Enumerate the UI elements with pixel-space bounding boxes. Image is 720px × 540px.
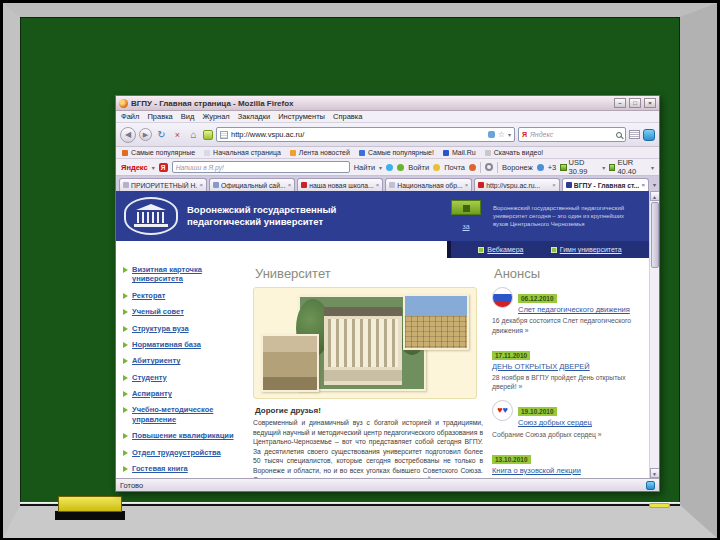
address-bar[interactable]: http://www.vspu.ac.ru/ ☆ ▾: [216, 127, 515, 142]
bookmark-item[interactable]: Начальная страница: [204, 149, 281, 156]
yandex-login[interactable]: Войти: [408, 163, 429, 172]
sidebar-item[interactable]: Абитуриенту: [123, 356, 247, 365]
history-list-icon[interactable]: [629, 130, 640, 139]
tab-list-dropdown-icon[interactable]: ▾: [653, 181, 656, 188]
back-button[interactable]: ◀: [120, 127, 136, 143]
weather-temperature: +3: [548, 163, 557, 172]
mail-icon[interactable]: [433, 164, 440, 171]
page-favicon-icon: [220, 131, 228, 139]
forward-button[interactable]: ▶: [139, 128, 152, 141]
minimize-button[interactable]: –: [614, 98, 626, 108]
ya-service-icon[interactable]: [386, 164, 393, 171]
sidebar-item[interactable]: Аспиранту: [123, 389, 247, 398]
sidebar-item[interactable]: Отдел трудоустройства: [123, 448, 247, 457]
tab[interactable]: Национальная обр...×: [385, 178, 472, 191]
menu-view[interactable]: Вид: [181, 112, 195, 121]
tab-favicon-icon: [389, 182, 395, 188]
arrow-bullet-icon: [123, 342, 128, 348]
yandex-mail[interactable]: Почта: [444, 163, 465, 172]
sidebar-item[interactable]: Студенту: [123, 373, 247, 382]
menu-bookmarks[interactable]: Закладки: [238, 112, 270, 121]
rss-icon[interactable]: [488, 131, 495, 138]
scroll-up-icon[interactable]: ▲: [650, 191, 660, 201]
sidebar-item[interactable]: Нормативная база: [123, 340, 247, 349]
scrollbar-thumb[interactable]: [651, 202, 659, 268]
bookmark-item[interactable]: Самые популярные!: [359, 149, 434, 156]
header-badge-link[interactable]: за: [462, 223, 469, 230]
menu-history[interactable]: Журнал: [202, 112, 229, 121]
browser-content: ▲ ▼ Воронежский государственный: [116, 191, 659, 478]
tab-close-icon[interactable]: ×: [288, 182, 292, 188]
title-bar[interactable]: ВГПУ - Главная страница - Mozilla Firefo…: [116, 96, 659, 111]
address-dropdown-icon[interactable]: ▾: [508, 131, 511, 138]
refresh-button[interactable]: ↻: [155, 129, 168, 140]
sidebar-item[interactable]: Ректорат: [123, 291, 247, 300]
stop-button[interactable]: ×: [171, 130, 184, 140]
search-placeholder[interactable]: Яндекс: [530, 131, 613, 138]
header-green-banner[interactable]: [451, 200, 481, 215]
arrow-bullet-icon: [123, 326, 128, 332]
menu-bar: Файл Правка Вид Журнал Закладки Инструме…: [116, 111, 659, 123]
yandex-brand-dropdown-icon[interactable]: ▾: [152, 164, 155, 171]
eur-rate[interactable]: EUR 40.40▾: [609, 158, 654, 176]
bookmark-star-icon[interactable]: ☆: [498, 130, 505, 139]
tab-close-icon[interactable]: ×: [376, 182, 380, 188]
campus-photo-collage: [253, 287, 477, 399]
tab-active[interactable]: ВГПУ - Главная ст...×: [562, 178, 649, 191]
sidebar-item[interactable]: Повышение квалификации: [123, 431, 247, 440]
university-logo[interactable]: [124, 197, 178, 235]
announcement-link[interactable]: Союз добрых сердец: [518, 418, 592, 427]
yandex-find-button[interactable]: Найти: [354, 163, 375, 172]
ya-online-icon[interactable]: [643, 129, 655, 141]
tab-close-icon[interactable]: ×: [199, 182, 203, 188]
sidebar-item[interactable]: Визитная карточка университета: [123, 265, 247, 284]
find-dropdown-icon[interactable]: ▾: [379, 164, 382, 171]
webcam-link[interactable]: Вебкамера: [478, 246, 523, 253]
bookmark-item[interactable]: Mail.Ru: [443, 149, 476, 156]
sidebar-item[interactable]: Гостевая книга: [123, 464, 247, 473]
announcement-link[interactable]: ДЕНЬ ОТКРЫТЫХ ДВЕРЕЙ: [492, 362, 647, 371]
announcement-link[interactable]: Книга о вузовской лекции: [492, 466, 647, 475]
bookmark-item[interactable]: Скачать видео!: [485, 149, 544, 156]
vertical-scrollbar[interactable]: ▲ ▼: [649, 191, 659, 478]
gear-icon[interactable]: [485, 163, 493, 171]
tab-close-icon[interactable]: ×: [641, 182, 645, 188]
tab[interactable]: http://vspu.ac.ru...×: [474, 178, 560, 191]
sidebar-item[interactable]: Ученый совет: [123, 307, 247, 316]
bookmark-item[interactable]: Лента новостей: [290, 149, 350, 156]
home-button[interactable]: ⌂: [187, 129, 200, 140]
sidebar-item[interactable]: Учебно-методическое управление: [123, 405, 247, 424]
url-text[interactable]: http://www.vspu.ac.ru/: [231, 130, 485, 139]
ya-ru-icon[interactable]: Я: [159, 163, 168, 172]
anthem-link[interactable]: Гимн университета: [551, 246, 622, 253]
menu-help[interactable]: Справка: [333, 112, 362, 121]
scroll-down-icon[interactable]: ▼: [650, 468, 660, 478]
maximize-button[interactable]: □: [629, 98, 641, 108]
announcement-link[interactable]: Слет педагогического движения: [518, 305, 630, 314]
statusbar-addon-icon[interactable]: [646, 481, 655, 490]
login-icon[interactable]: [397, 164, 404, 171]
bookmark-item[interactable]: Самые популярные: [122, 149, 195, 156]
chalkboard-slide: ВГПУ - Главная страница - Mozilla Firefo…: [0, 0, 720, 540]
tab-close-icon[interactable]: ×: [552, 182, 556, 188]
ya-ru-input[interactable]: Напиши в Я.ру!: [172, 161, 350, 173]
welcome-heading: Дорогие друзья!: [255, 406, 486, 415]
menu-file[interactable]: Файл: [121, 112, 139, 121]
announcements-heading: Анонсы: [494, 266, 647, 281]
menu-edit[interactable]: Правка: [147, 112, 172, 121]
close-button[interactable]: ×: [644, 98, 656, 108]
search-icon[interactable]: [616, 132, 622, 138]
yandex-brand[interactable]: Яндекс: [121, 163, 148, 172]
modern-building-photo: [403, 294, 469, 350]
yandex-bookmarks-icon[interactable]: [203, 130, 213, 140]
usd-rate[interactable]: USD 30.99▾: [560, 158, 605, 176]
menu-tools[interactable]: Инструменты: [278, 112, 325, 121]
photo-service-icon[interactable]: [469, 164, 476, 171]
weather-city[interactable]: Воронеж: [502, 163, 533, 172]
sidebar-item[interactable]: Структура вуза: [123, 324, 247, 333]
search-box[interactable]: Я Яндекс: [518, 127, 626, 142]
tab[interactable]: наша новая школа...×: [297, 178, 383, 191]
tab[interactable]: Официальный сай...×: [209, 178, 295, 191]
tab-close-icon[interactable]: ×: [465, 182, 469, 188]
tab[interactable]: ПРИОРИТЕТНЫЙ Н...×: [119, 178, 207, 191]
